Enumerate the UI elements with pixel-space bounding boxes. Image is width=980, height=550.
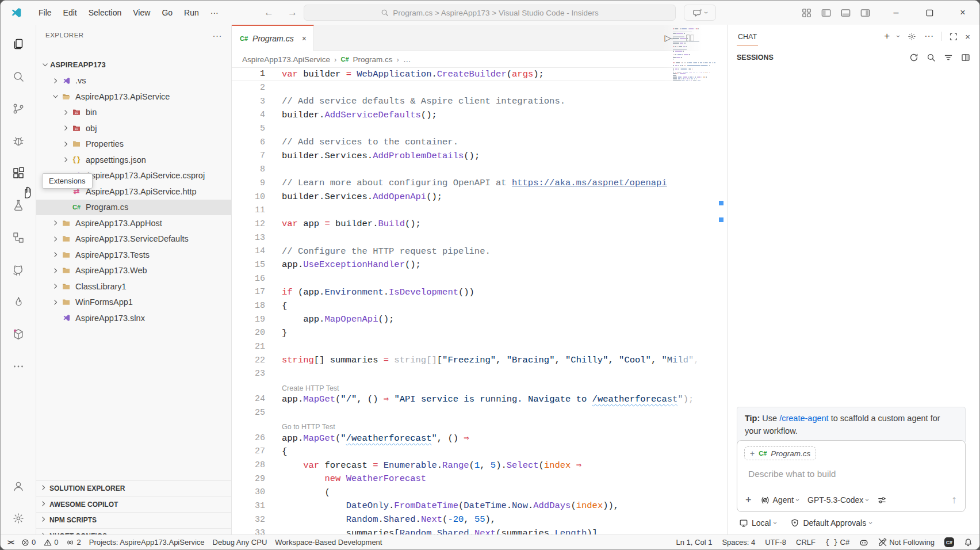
code-line-31[interactable]: 31 DateOnly.FromDateTime(DateTime.Now.Ad…: [232, 499, 727, 513]
tab-program-cs[interactable]: C# Program.cs ×: [232, 25, 314, 51]
code-line-9[interactable]: 9// Learn more about configuring OpenAPI…: [232, 177, 727, 190]
code-line-3[interactable]: 3// Add service defaults & Aspire client…: [232, 94, 727, 108]
toggle-secondary-sidebar-icon[interactable]: [860, 7, 871, 18]
line-number[interactable]: 22: [232, 356, 265, 365]
env-local[interactable]: Local›: [739, 518, 776, 528]
tree-item--vs[interactable]: .vs: [36, 73, 231, 89]
code-line-6[interactable]: 6// Add services to the container.: [232, 135, 727, 149]
line-number[interactable]: 21: [232, 342, 265, 352]
statusbar-bell[interactable]: [964, 538, 973, 547]
minimap[interactable]: [673, 28, 715, 81]
maximize-panel-icon[interactable]: [949, 32, 958, 41]
env-default-approvals[interactable]: Default Approvals›: [790, 518, 872, 528]
line-number[interactable]: 26: [232, 433, 265, 443]
statusbar-remote[interactable]: ><: [7, 538, 13, 547]
statusbar-spaces-4[interactable]: Spaces: 4: [722, 538, 755, 547]
menu-[interactable]: ···: [205, 5, 224, 20]
codelens[interactable]: Create HTTP Test: [232, 381, 727, 392]
code-line-29[interactable]: 29 new WeatherForecast: [232, 472, 727, 486]
section-nuget-configs[interactable]: NUGET CONFIGS: [36, 528, 231, 535]
line-number[interactable]: 27: [232, 446, 265, 456]
filter-icon[interactable]: [944, 53, 953, 62]
line-number[interactable]: 20: [232, 328, 265, 338]
source-control-activity-icon[interactable]: [1, 93, 36, 125]
statusbar-c-[interactable]: { }C#: [825, 538, 849, 547]
line-number[interactable]: 25: [232, 408, 265, 418]
customize-layout-icon[interactable]: [801, 7, 812, 18]
statusbar-0[interactable]: 0: [21, 538, 36, 547]
code-line-2[interactable]: 2: [232, 81, 727, 95]
line-number[interactable]: 30: [232, 487, 265, 497]
send-button[interactable]: ↑: [952, 494, 958, 506]
more-activity-icon[interactable]: [1, 350, 36, 383]
tree-item-aspireapp173-tests[interactable]: AspireApp173.Tests: [36, 247, 231, 263]
statusbar-debug-any-cpu[interactable]: Debug Any CPU: [213, 538, 267, 547]
tree-item-classlibrary1[interactable]: ClassLibrary1: [36, 278, 231, 295]
chat-input-container[interactable]: + C# Program.cs Describe what to build +…: [737, 440, 966, 512]
code-line-15[interactable]: 15app.UseExceptionHandler();: [232, 258, 727, 272]
explorer-activity-icon[interactable]: [1, 28, 36, 60]
line-number[interactable]: 1: [232, 69, 265, 79]
line-number[interactable]: 5: [232, 124, 265, 133]
line-number[interactable]: 24: [232, 394, 265, 404]
menu-selection[interactable]: Selection: [83, 5, 128, 20]
search-activity-icon[interactable]: [1, 60, 36, 93]
line-number[interactable]: 15: [232, 260, 265, 270]
code-line-33[interactable]: 33 summaries[Random.Shared.Next(summarie…: [232, 526, 727, 534]
command-center-search[interactable]: Program.cs > AspireApp173 > Visual Studi…: [304, 5, 676, 21]
mode-picker[interactable]: Agent ›: [760, 495, 799, 505]
line-number[interactable]: 33: [232, 528, 265, 534]
toggle-primary-sidebar-icon[interactable]: [821, 7, 832, 18]
code-line-4[interactable]: 4builder.AddServiceDefaults();: [232, 108, 727, 122]
statusbar-projects-aspireapp173-apiservice[interactable]: Projects: AspireApp173.ApiService: [89, 538, 205, 547]
hierarchy-activity-icon[interactable]: [1, 221, 36, 254]
minimize-button[interactable]: –: [879, 1, 913, 25]
add-context-icon[interactable]: +: [750, 449, 755, 458]
statusbar-2[interactable]: 2: [66, 538, 81, 547]
breadcrumb-item[interactable]: AspireApp173.ApiService: [242, 55, 330, 64]
code-line-18[interactable]: 18{: [232, 299, 727, 313]
explorer-more-actions-icon[interactable]: ···: [213, 30, 223, 40]
line-number[interactable]: 12: [232, 219, 265, 229]
code-line-24[interactable]: 24app.MapGet("/", () ⇒ "API service is r…: [232, 392, 727, 406]
tab-chat[interactable]: CHAT: [737, 27, 758, 46]
toggle-panel-icon[interactable]: [840, 7, 851, 18]
code-line-19[interactable]: 19 app.MapOpenApi();: [232, 312, 727, 326]
model-settings-sliders-icon[interactable]: [877, 495, 887, 505]
code-editor[interactable]: 1var builder = WebApplication.CreateBuil…: [232, 67, 727, 534]
code-line-13[interactable]: 13: [232, 231, 727, 245]
code-line-21[interactable]: 21: [232, 340, 727, 354]
section-awesome-copilot[interactable]: AWESOME COPILOT: [36, 496, 231, 513]
close-tab-icon[interactable]: ×: [302, 34, 307, 43]
line-number[interactable]: 19: [232, 315, 265, 324]
create-agent-link[interactable]: /create-agent: [779, 414, 828, 423]
close-window-button[interactable]: ×: [946, 1, 979, 25]
run-debug-activity-icon[interactable]: [1, 125, 36, 157]
line-number[interactable]: 4: [232, 110, 265, 120]
maximize-button[interactable]: [913, 1, 946, 25]
new-chat-chevron-icon[interactable]: ›: [894, 35, 902, 37]
line-number[interactable]: 18: [232, 301, 265, 311]
line-number[interactable]: 23: [232, 369, 265, 379]
code-line-12[interactable]: 12var app = builder.Build();: [232, 217, 727, 231]
chat-input-placeholder[interactable]: Describe what to build: [744, 469, 958, 479]
tree-item-aspireapp173-servicedefaults[interactable]: AspireApp173.ServiceDefaults: [36, 231, 231, 247]
menu-go[interactable]: Go: [156, 5, 178, 20]
chat-more-actions-icon[interactable]: ···: [924, 31, 933, 41]
line-number[interactable]: 17: [232, 287, 265, 297]
code-line-17[interactable]: 17if (app.Environment.IsDevelopment()): [232, 285, 727, 299]
tree-item-aspireapp173-slnx[interactable]: AspireApp173.slnx: [36, 310, 231, 326]
statusbar-not-following[interactable]: Not Following: [878, 538, 935, 547]
tree-item-aspireapp173-apphost[interactable]: AspireApp173.AppHost: [36, 215, 231, 231]
section-npm-scripts[interactable]: NPM SCRIPTS: [36, 512, 231, 528]
tree-item-aspireapp173-apiservice[interactable]: AspireApp173.ApiService: [36, 89, 231, 105]
nav-forward-icon[interactable]: →: [288, 7, 297, 18]
line-number[interactable]: 32: [232, 515, 265, 525]
line-number[interactable]: 28: [232, 460, 265, 470]
run-button[interactable]: ▷›: [664, 33, 673, 43]
line-number[interactable]: 7: [232, 151, 265, 161]
code-line-7[interactable]: 7builder.Services.AddProblemDetails();: [232, 149, 727, 163]
statusbar-crlf[interactable]: CRLF: [796, 538, 816, 547]
tree-root[interactable]: ASPIREAPP173: [36, 57, 231, 73]
code-line-14[interactable]: 14// Configure the HTTP request pipeline…: [232, 245, 727, 258]
